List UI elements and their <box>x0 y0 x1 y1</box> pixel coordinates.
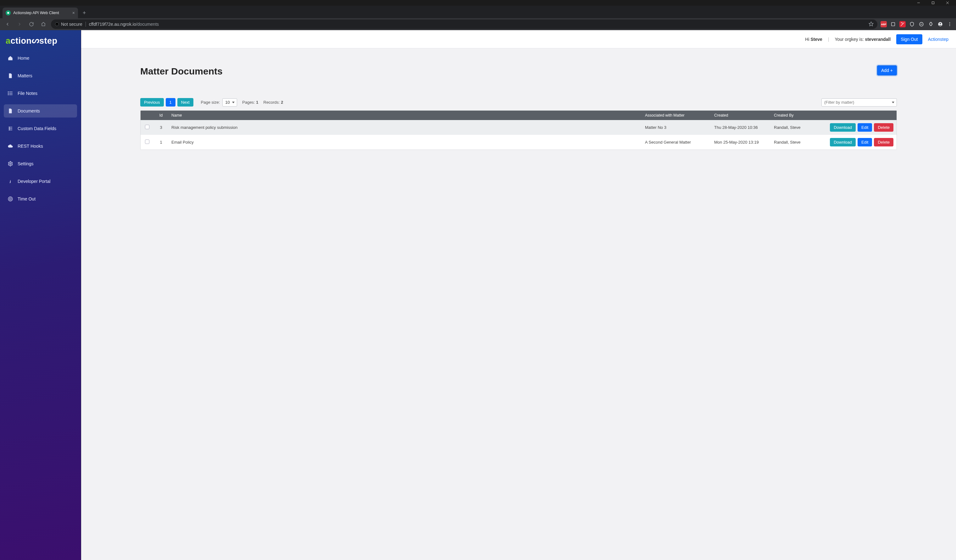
svg-point-19 <box>8 92 9 93</box>
svg-point-14 <box>950 24 950 25</box>
profile-avatar-icon[interactable] <box>937 21 943 27</box>
extensions-menu-icon[interactable] <box>928 21 934 27</box>
omnibox[interactable]: Not secure cffdf719f72e.au.ngrok.io/docu… <box>51 19 877 29</box>
info-icon <box>55 22 59 27</box>
cell-created-by: Randall, Steve <box>771 135 818 150</box>
sidebar-item-documents[interactable]: Documents <box>4 104 77 118</box>
edit-button[interactable]: Edit <box>858 138 872 146</box>
sidebar-item-rest-hooks[interactable]: REST Hooks <box>4 140 77 153</box>
sidebar-item-label: Developer Portal <box>17 179 50 184</box>
sidebar-item-label: Matters <box>17 73 32 78</box>
delete-button[interactable]: Delete <box>874 123 893 132</box>
sidebar-item-developer-portal[interactable]: i Developer Portal <box>4 175 77 188</box>
sidebar-item-label: REST Hooks <box>17 144 43 149</box>
chrome-menu-icon[interactable] <box>947 21 953 27</box>
window-minimize[interactable] <box>911 0 926 6</box>
edit-button[interactable]: Edit <box>858 123 872 132</box>
page-size-select[interactable]: 10 <box>222 98 237 107</box>
row-checkbox[interactable] <box>145 140 149 144</box>
tab-close-icon[interactable]: × <box>72 10 75 16</box>
cell-id: 3 <box>154 120 168 135</box>
favicon-icon <box>6 10 11 16</box>
svg-text:i: i <box>10 179 11 184</box>
page-number-button[interactable]: 1 <box>166 98 176 107</box>
forward-button[interactable] <box>15 20 24 28</box>
app-shell: actionᔕstep Home Matters File Notes Docu… <box>0 30 956 560</box>
svg-point-13 <box>950 22 950 23</box>
sidebar-item-time-out[interactable]: Time Out <box>4 192 77 205</box>
window-close[interactable] <box>940 0 955 6</box>
browser-tab[interactable]: Actionstep API Web Client × <box>3 8 78 18</box>
main-area: Hi Steve | Your orgkey is: steverandall … <box>81 30 956 560</box>
filter-by-matter-select[interactable]: (Filter by matter) <box>821 98 897 107</box>
svg-marker-7 <box>869 22 873 26</box>
svg-rect-1 <box>932 2 934 4</box>
gear-icon <box>8 161 13 166</box>
cell-matter: A Second General Matter <box>642 135 711 150</box>
row-checkbox[interactable] <box>145 125 149 129</box>
orgkey-display: Your orgkey is: steverandall <box>835 37 891 42</box>
sidebar-item-settings[interactable]: Settings <box>4 157 77 170</box>
sidebar-item-label: File Notes <box>17 91 38 96</box>
extension-icon[interactable] <box>909 21 915 27</box>
list-icon <box>8 91 13 96</box>
cell-name: Risk management policy submission <box>168 120 642 135</box>
cell-name: Email Policy <box>168 135 642 150</box>
info-icon: i <box>8 179 13 184</box>
topbar: Hi Steve | Your orgkey is: steverandall … <box>81 30 956 49</box>
sidebar-item-label: Time Out <box>17 196 36 201</box>
sidebar-item-label: Settings <box>17 161 34 166</box>
cell-created: Thu 28-May-2020 10:36 <box>711 120 771 135</box>
bookmark-star-icon[interactable] <box>869 21 874 27</box>
new-tab-button[interactable]: + <box>80 8 89 17</box>
url-text: cffdf719f72e.au.ngrok.io/documents <box>89 22 159 27</box>
extensions-area: ABP <box>881 21 953 27</box>
home-button[interactable] <box>39 20 48 28</box>
back-button[interactable] <box>3 20 12 28</box>
security-label: Not secure <box>61 22 82 27</box>
delete-button[interactable]: Delete <box>874 138 893 146</box>
cell-id: 1 <box>154 135 168 150</box>
pager: Previous 1 Next <box>140 98 193 107</box>
previous-button[interactable]: Previous <box>140 98 164 107</box>
svg-point-12 <box>940 23 941 24</box>
tab-title: Actionstep API Web Client <box>13 11 59 15</box>
window-maximize[interactable] <box>926 0 940 6</box>
target-icon <box>8 196 13 202</box>
svg-point-15 <box>950 25 950 26</box>
svg-point-29 <box>9 198 11 200</box>
extension-icon[interactable] <box>899 21 906 27</box>
extension-icon[interactable] <box>890 21 896 27</box>
extension-icon[interactable] <box>918 21 925 27</box>
col-name: Name <box>168 111 642 120</box>
sidebar-item-matters[interactable]: Matters <box>4 69 77 82</box>
brand-logo: actionᔕstep <box>4 35 77 52</box>
next-button[interactable]: Next <box>178 98 193 107</box>
extension-abp-icon[interactable]: ABP <box>881 21 887 27</box>
table-row: 1Email PolicyA Second General MatterMon … <box>141 135 896 150</box>
pages-stat: Pages: 1 <box>242 100 258 105</box>
sidebar-item-home[interactable]: Home <box>4 52 77 65</box>
fields-icon <box>8 126 13 131</box>
cell-matter: Matter No 3 <box>642 120 711 135</box>
sidebar: actionᔕstep Home Matters File Notes Docu… <box>0 30 81 560</box>
sidebar-item-file-notes[interactable]: File Notes <box>4 87 77 100</box>
sidebar-item-label: Home <box>17 56 29 61</box>
table-row: 3Risk management policy submissionMatter… <box>141 120 896 135</box>
sign-out-button[interactable]: Sign Out <box>896 34 922 44</box>
add-document-button[interactable]: Add + <box>877 65 897 75</box>
col-created: Created <box>711 111 771 120</box>
col-matter: Associated with Matter <box>642 111 711 120</box>
window-title-bar <box>0 0 956 6</box>
col-id: Id <box>154 111 168 120</box>
svg-point-26 <box>10 163 11 165</box>
download-button[interactable]: Download <box>830 138 856 146</box>
svg-point-21 <box>8 94 9 95</box>
reload-button[interactable] <box>27 20 36 28</box>
download-button[interactable]: Download <box>830 123 856 132</box>
brand-link[interactable]: Actionstep <box>928 37 948 42</box>
greeting: Hi Steve <box>805 37 822 42</box>
sidebar-item-custom-data-fields[interactable]: Custom Data Fields <box>4 122 77 135</box>
sidebar-item-label: Custom Data Fields <box>17 126 56 131</box>
svg-point-20 <box>8 93 9 94</box>
